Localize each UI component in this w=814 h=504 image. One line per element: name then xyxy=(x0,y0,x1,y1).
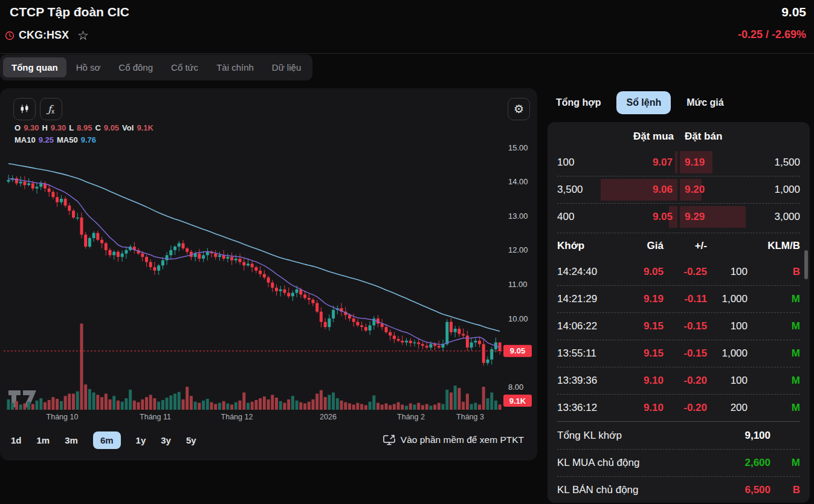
ma10-value: 9.25 xyxy=(39,135,54,144)
svg-text:13.00: 13.00 xyxy=(508,212,528,221)
svg-text:10.00: 10.00 xyxy=(508,314,528,323)
trade-qty: 1,000 xyxy=(707,347,748,360)
trade-row: 14:24:409.05-0.25100B xyxy=(557,258,800,285)
col-khop: Khớp xyxy=(557,240,615,252)
summary-side: B xyxy=(770,484,800,496)
svg-text:Tháng 2: Tháng 2 xyxy=(397,413,425,421)
summary-value: 2,600 xyxy=(704,457,770,469)
candlestick-icon xyxy=(19,103,30,115)
svg-text:15.00: 15.00 xyxy=(508,143,528,152)
ask-price: 9.29 xyxy=(679,211,758,223)
col-gia: Giá xyxy=(615,240,664,252)
panel-tab-tong-hop[interactable]: Tổng hợp xyxy=(556,97,601,108)
trade-change: -0.25 xyxy=(664,266,707,278)
ma50-line xyxy=(8,164,500,332)
bid-volume: 400 xyxy=(557,211,599,223)
trade-change: -0.15 xyxy=(664,320,707,332)
trade-price: 9.15 xyxy=(615,320,664,332)
trade-row: 13:55:119.15-0.151,000M xyxy=(557,340,800,367)
col-change: +/- xyxy=(664,240,707,252)
trade-qty: 100 xyxy=(707,266,748,278)
trade-row: 13:36:129.10-0.20200M xyxy=(557,394,800,421)
orderbook-row[interactable]: 1009.079.191,500 xyxy=(557,149,800,176)
clock-icon xyxy=(5,31,15,40)
nav-tab-ho-so[interactable]: Hồ sơ xyxy=(68,57,109,77)
candlestick-style-button[interactable] xyxy=(13,98,36,120)
ma-legend: MA109.25 MA509.76 xyxy=(15,135,96,144)
chart-card: 9.059.1K15.0014.0013.0012.0011.0010.008.… xyxy=(0,88,537,460)
orderbook-rows: 1009.079.191,5003,5009.069.201,0004009.0… xyxy=(557,149,800,230)
star-icon[interactable]: ☆ xyxy=(77,29,89,42)
nav-tab-co-tuc[interactable]: Cổ tức xyxy=(163,57,207,77)
orderbook-row[interactable]: 3,5009.069.201,000 xyxy=(557,176,800,203)
trade-price: 9.10 xyxy=(615,375,664,387)
range-1d[interactable]: 1d xyxy=(11,435,22,445)
panel-tab-strip: Tổng hợpSổ lệnhMức giá xyxy=(556,90,724,115)
price-change: -0.25 / -2.69% xyxy=(738,28,806,41)
trade-side: M xyxy=(748,402,800,414)
ask-volume: 1,500 xyxy=(758,157,800,169)
monitor-arrow-icon xyxy=(383,434,395,445)
panel-tab-muc-gia[interactable]: Mức giá xyxy=(686,97,723,108)
app: CTCP Tập đoàn CIC CKG:HSX ☆ 9.05 -0.25 /… xyxy=(0,0,814,504)
range-3y[interactable]: 3y xyxy=(161,435,171,445)
svg-text:9.05: 9.05 xyxy=(510,346,525,355)
svg-text:2026: 2026 xyxy=(320,413,337,421)
trades-scrollbar-thumb[interactable] xyxy=(804,250,808,279)
svg-text:Tháng 3: Tháng 3 xyxy=(456,413,484,421)
low-value: 8.95 xyxy=(77,123,92,132)
bid-volume: 100 xyxy=(557,157,599,169)
orderbook-row[interactable]: 4009.059.293,000 xyxy=(557,203,800,230)
nav-tab-tong-quan[interactable]: Tổng quan xyxy=(3,57,66,77)
price-badge: 9.05 xyxy=(503,345,532,357)
trade-side: B xyxy=(748,266,800,278)
orderbook-panel: Đặt mua Đặt bán 1009.079.191,5003,5009.0… xyxy=(548,122,810,503)
ticker-row: CKG:HSX ☆ xyxy=(5,29,89,42)
bid-price: 9.07 xyxy=(599,157,679,169)
trades-header: Khớp Giá +/- KLM/B xyxy=(557,233,800,258)
summary-label: KL MUA chủ động xyxy=(557,457,704,469)
range-3m[interactable]: 3m xyxy=(65,435,78,445)
trade-price: 9.10 xyxy=(615,402,664,414)
trade-row: 13:39:369.10-0.20100M xyxy=(557,367,800,394)
bid-header: Đặt mua xyxy=(599,131,679,143)
range-1m[interactable]: 1m xyxy=(37,435,50,445)
svg-text:14.00: 14.00 xyxy=(508,177,528,186)
header-divider xyxy=(0,53,814,54)
nav-tab-tai-chinh[interactable]: Tài chính xyxy=(208,57,262,77)
summary-row: KL MUA chủ động2,600M xyxy=(557,449,800,476)
ma50-value: 9.76 xyxy=(81,135,96,144)
range-6m[interactable]: 6m xyxy=(93,431,121,449)
trade-time: 14:06:22 xyxy=(557,320,615,332)
svg-text:Tháng 12: Tháng 12 xyxy=(221,413,253,421)
gear-icon[interactable]: ⚙ xyxy=(508,98,530,120)
volume-badge: 9.1K xyxy=(503,395,532,407)
ohlc-legend: O9.30 H9.30 L8.95 C9.05 Vol9.1K xyxy=(15,123,153,132)
trade-change: -0.20 xyxy=(664,402,707,414)
trade-time: 13:55:11 xyxy=(557,347,615,360)
summary-row: Tổng KL khớp9,100 xyxy=(557,422,800,449)
nav-tab-du-lieu[interactable]: Dữ liệu xyxy=(263,57,309,77)
col-klmb: KLM/B xyxy=(707,240,800,252)
time-axis: Tháng 10Tháng 11Tháng 122026Tháng 2Tháng… xyxy=(47,413,484,421)
range-5y[interactable]: 5y xyxy=(186,435,196,445)
summary-label: Tổng KL khớp xyxy=(557,430,704,442)
summary-side: M xyxy=(770,457,800,469)
bid-volume: 3,500 xyxy=(557,184,599,196)
page-title: CTCP Tập đoàn CIC xyxy=(10,5,129,19)
range-1y[interactable]: 1y xyxy=(136,435,146,445)
summary-value: 6,500 xyxy=(704,484,770,496)
summary-label: KL BÁN chủ động xyxy=(557,484,704,496)
ptkt-label: Vào phần mềm để xem PTKT xyxy=(401,435,524,445)
ma10-line xyxy=(8,179,500,347)
open-value: 9.30 xyxy=(24,123,39,132)
trade-qty: 200 xyxy=(707,402,748,414)
open-ptkt-link[interactable]: Vào phần mềm để xem PTKT xyxy=(383,434,524,445)
nav-tab-co-dong[interactable]: Cổ đông xyxy=(110,57,161,77)
indicators-fx-button[interactable]: ƒx xyxy=(40,98,62,120)
trade-row: 14:21:299.19-0.111,000M xyxy=(557,285,800,312)
trade-change: -0.20 xyxy=(664,375,707,387)
ask-price: 9.19 xyxy=(679,157,758,169)
panel-tab-so-lenh[interactable]: Sổ lệnh xyxy=(616,91,671,114)
range-selector: 1d1m3m6m1y3y5y xyxy=(11,430,196,450)
